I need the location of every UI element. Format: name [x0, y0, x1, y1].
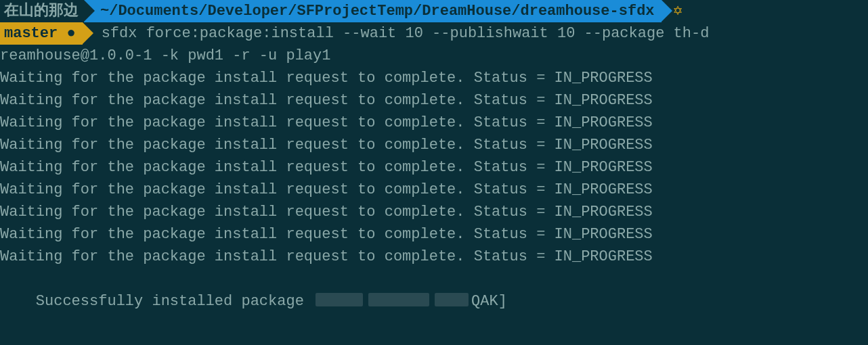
output-waiting-line: Waiting for the package install request …: [0, 246, 868, 268]
git-branch-segment: master ●: [0, 22, 83, 45]
output-success-line: Successfully installed package QAK]: [0, 268, 868, 345]
command-text-line2: reamhouse@1.0.0-1 -k pwd1 -r -u play1: [0, 45, 868, 67]
branch-command-line: master ● sfdx force:package:install --wa…: [0, 22, 868, 45]
success-suffix: QAK]: [471, 293, 507, 310]
output-waiting-line: Waiting for the package install request …: [0, 89, 868, 112]
output-waiting-line: Waiting for the package install request …: [0, 156, 868, 179]
redacted-block: [435, 293, 469, 306]
redacted-block: [316, 293, 363, 306]
terminal-window[interactable]: 在山的那边 ~/Documents/Developer/SFProjectTem…: [0, 0, 868, 345]
output-waiting-line: Waiting for the package install request …: [0, 201, 868, 223]
success-text: Successfully installed package: [36, 293, 313, 310]
host-segment: 在山的那边: [0, 0, 84, 22]
output-waiting-line: Waiting for the package install request …: [0, 67, 868, 89]
output-waiting-block: Waiting for the package install request …: [0, 67, 868, 268]
output-waiting-line: Waiting for the package install request …: [0, 179, 868, 201]
output-waiting-line: Waiting for the package install request …: [0, 112, 868, 134]
path-segment: ~/Documents/Developer/SFProjectTemp/Drea…: [84, 0, 661, 22]
output-waiting-line: Waiting for the package install request …: [0, 134, 868, 156]
prompt-line-1: 在山的那边 ~/Documents/Developer/SFProjectTem…: [0, 0, 868, 22]
command-text-line1: sfdx force:package:install --wait 10 --p…: [83, 22, 710, 45]
output-waiting-line: Waiting for the package install request …: [0, 223, 868, 246]
redacted-block: [368, 293, 429, 306]
